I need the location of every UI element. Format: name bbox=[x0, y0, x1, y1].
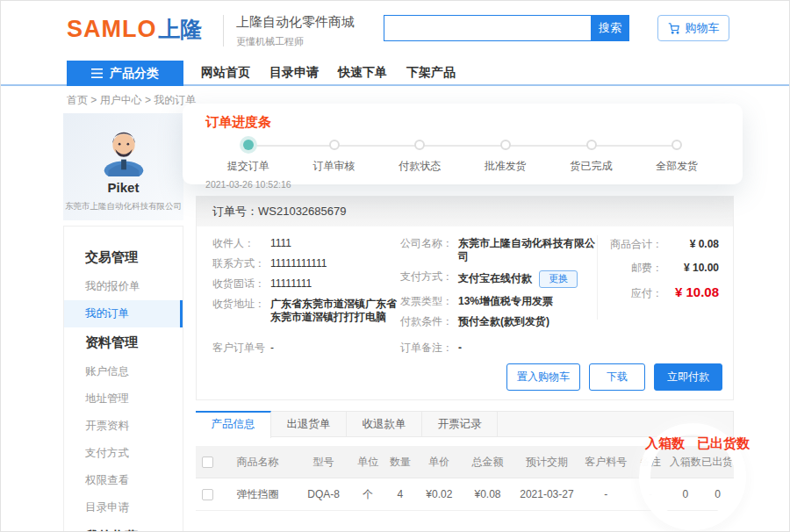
progress-dot bbox=[500, 140, 511, 150]
progress-step-goods-ready: 货已完成 bbox=[549, 140, 635, 190]
field-label: 订单备注： bbox=[400, 341, 458, 355]
pay-now-button[interactable]: 立即付款 bbox=[654, 363, 722, 391]
sidebar-section-favorites: 我的收藏 bbox=[64, 521, 183, 532]
sidebar-item-account[interactable]: 账户信息 bbox=[64, 358, 183, 385]
cell-model: DQA-8 bbox=[295, 488, 351, 500]
product-table: 商品名称 型号 单位 数量 单价 总金额 预计交期 客户料号 备注 入箱数 已出… bbox=[196, 446, 734, 511]
field-value: 东莞市上隆自动化科技有限公司 bbox=[458, 237, 595, 263]
progress-step-label: 货已完成 bbox=[549, 159, 635, 174]
samlo-logo[interactable]: SAMLO 上隆 bbox=[67, 15, 203, 44]
field-payment-method: 支付方式： 支付宝在线付款更换 bbox=[400, 270, 595, 288]
sidebar-item-address[interactable]: 地址管理 bbox=[64, 385, 183, 413]
row-checkbox[interactable] bbox=[202, 489, 213, 500]
field-value: 1111 bbox=[270, 237, 291, 250]
tagline-main: 上隆自动化零件商城 bbox=[236, 14, 355, 31]
col-unit: 单位 bbox=[352, 455, 384, 470]
user-name: Piket bbox=[63, 180, 183, 195]
order-fields-left: 收件人： 1111 联系方式： 11111111111 收货固话： 111111… bbox=[212, 237, 399, 355]
change-payment-button[interactable]: 更换 bbox=[539, 270, 578, 288]
search-bar: 搜索 bbox=[384, 15, 629, 41]
order-summary: 商品合计： ¥ 0.08 邮费： ¥ 10.00 应付： ¥ 10.08 bbox=[597, 235, 733, 320]
field-label: 付款条件： bbox=[400, 315, 458, 328]
progress-step-payment: 付款状态 bbox=[377, 140, 463, 190]
col-unit-price: 单价 bbox=[416, 455, 462, 470]
sidebar-item-orders[interactable]: 我的订单 bbox=[64, 300, 183, 327]
logo-text-cn: 上隆 bbox=[159, 15, 203, 44]
nav-item-offshelf[interactable]: 下架产品 bbox=[406, 65, 456, 81]
main-nav: 网站首页 目录申请 快速下单 下架产品 bbox=[201, 61, 456, 84]
nav-item-quick-order[interactable]: 快速下单 bbox=[338, 65, 387, 81]
field-value: 预付全款(款到发货) bbox=[458, 315, 549, 328]
user-card: Piket 东莞市上隆自动化科技有限公司 bbox=[63, 113, 183, 220]
field-value: 11111111111 bbox=[270, 257, 327, 270]
tab-product-info[interactable]: 产品信息 bbox=[196, 411, 271, 438]
sidebar-item-invoice-info[interactable]: 开票资料 bbox=[64, 413, 183, 440]
field-label: 收货固话： bbox=[212, 277, 270, 291]
sidebar-item-catalog-apply[interactable]: 目录申请 bbox=[64, 494, 183, 521]
sidebar-item-payment[interactable]: 支付方式 bbox=[64, 440, 183, 467]
cell-unit: 个 bbox=[352, 487, 384, 502]
sidebar-item-permission[interactable]: 权限查看 bbox=[64, 467, 183, 494]
user-company: 东莞市上隆自动化科技有限公司 bbox=[63, 201, 183, 212]
field-value: 11111111 bbox=[270, 277, 312, 291]
annotation-shipped-count: 已出货数 bbox=[697, 435, 750, 452]
category-button[interactable]: 产品分类 bbox=[67, 61, 183, 86]
table-row: 弹性挡圈 DQA-8 个 4 ¥0.02 ¥0.08 2021-03-27 - … bbox=[196, 478, 734, 511]
download-button[interactable]: 下载 bbox=[589, 363, 645, 391]
field-customer-order-no: 客户订单号 - bbox=[212, 341, 274, 355]
field-recipient: 收件人： 1111 bbox=[212, 237, 399, 250]
columns-annotation: 入箱数 已出货数 bbox=[645, 435, 750, 452]
search-input[interactable] bbox=[384, 15, 591, 41]
logo-text-en: SAMLO bbox=[67, 16, 157, 43]
tab-invoice-records[interactable]: 开票记录 bbox=[422, 412, 498, 436]
breadcrumb[interactable]: 首页 > 用户中心 > 我的订单 bbox=[67, 93, 196, 108]
summary-value: ¥ 0.08 bbox=[663, 238, 719, 250]
order-number: WS21032685679 bbox=[258, 205, 346, 218]
order-fields-mid: 公司名称： 东莞市上隆自动化科技有限公司 支付方式： 支付宝在线付款更换 发票类… bbox=[400, 237, 595, 355]
detail-tabs: 产品信息 出退货单 收退款单 开票记录 bbox=[196, 411, 734, 437]
cell-quantity: 4 bbox=[384, 488, 417, 500]
sidebar-item-quotes[interactable]: 我的报价单 bbox=[64, 273, 183, 300]
search-button[interactable]: 搜索 bbox=[591, 15, 629, 41]
progress-dot bbox=[672, 140, 682, 150]
select-all-checkbox[interactable] bbox=[202, 457, 213, 468]
cart-button[interactable]: 购物车 bbox=[657, 15, 729, 41]
field-value: 13%增值税专用发票 bbox=[458, 295, 553, 308]
nav-item-catalog-apply[interactable]: 目录申请 bbox=[269, 65, 319, 81]
tab-refunds[interactable]: 收退款单 bbox=[347, 412, 422, 436]
progress-step-label: 批准发货 bbox=[463, 159, 549, 174]
field-label: 客户订单号 bbox=[212, 341, 270, 355]
summary-label: 应付： bbox=[631, 286, 663, 301]
field-phone: 收货固话： 11111111 bbox=[212, 277, 399, 291]
tagline-sub: 更懂机械工程师 bbox=[236, 35, 355, 48]
progress-step-label: 付款状态 bbox=[377, 159, 463, 174]
field-value: - bbox=[270, 341, 274, 355]
order-fields: 收件人： 1111 联系方式： 11111111111 收货固话： 111111… bbox=[197, 226, 733, 358]
summary-value-due: ¥ 10.08 bbox=[663, 284, 719, 299]
sidebar-section-profile: 资料管理 bbox=[64, 327, 183, 358]
site-header: SAMLO 上隆 上隆自动化零件商城 更懂机械工程师 搜索 购物车 bbox=[1, 1, 789, 61]
field-contact: 联系方式： 11111111111 bbox=[212, 257, 399, 270]
tab-shipments[interactable]: 出退货单 bbox=[271, 412, 347, 436]
cell-unit-price: ¥0.02 bbox=[416, 488, 462, 500]
summary-subtotal: 商品合计： ¥ 0.08 bbox=[598, 237, 719, 252]
col-product-name: 商品名称 bbox=[220, 455, 296, 470]
payment-method-value: 支付宝在线付款 bbox=[458, 272, 532, 284]
col-total: 总金额 bbox=[462, 455, 513, 470]
progress-dot bbox=[329, 140, 340, 150]
progress-steps: 提交订单 2021-03-26 10:52:16 订单审核 付款状态 批准发货 … bbox=[205, 140, 720, 190]
cell-product-name[interactable]: 弹性挡圈 bbox=[220, 487, 296, 502]
col-shipped-count: 已出货数 bbox=[701, 455, 734, 470]
category-button-label: 产品分类 bbox=[110, 66, 159, 82]
nav-item-home[interactable]: 网站首页 bbox=[201, 65, 250, 81]
summary-value: ¥ 10.00 bbox=[663, 262, 719, 274]
field-value: 支付宝在线付款更换 bbox=[458, 270, 578, 288]
progress-step-all-shipped: 全部发货 bbox=[634, 140, 720, 190]
progress-step-label: 提交订单 bbox=[205, 159, 291, 174]
cell-customer-part-no: - bbox=[580, 488, 631, 500]
site-tagline: 上隆自动化零件商城 更懂机械工程师 bbox=[236, 14, 355, 48]
sidebar-section-trade: 交易管理 bbox=[64, 242, 183, 273]
add-to-cart-button[interactable]: 置入购物车 bbox=[506, 363, 580, 391]
header-divider bbox=[223, 15, 224, 47]
col-delivery-date: 预计交期 bbox=[514, 455, 581, 470]
